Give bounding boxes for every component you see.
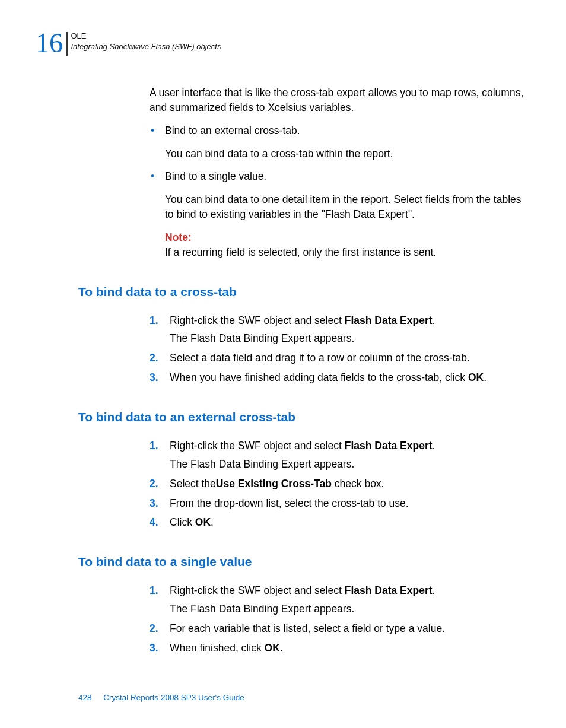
- step-item: Select a data field and drag it to a row…: [150, 351, 530, 365]
- bullet-body: You can bind data to one detail item in …: [165, 192, 530, 222]
- step-text-pre: Select the: [170, 478, 216, 489]
- step-list: Right-click the SWF object and select Fl…: [150, 313, 530, 385]
- header-divider: [66, 32, 68, 56]
- page-footer: 428 Crystal Reports 2008 SP3 User's Guid…: [78, 693, 244, 702]
- step-item: From the drop-down list, select the cros…: [150, 496, 530, 511]
- step-text-bold: Flash Data Expert: [345, 584, 433, 596]
- step-text-bold: Use Existing Cross-Tab: [216, 478, 332, 489]
- step-text-pre: When finished, click: [170, 642, 265, 654]
- step-item: When finished, click OK.: [150, 641, 530, 656]
- section-body: Right-click the SWF object and select Fl…: [150, 313, 530, 385]
- step-text-post: .: [484, 371, 486, 383]
- step-text-post: check box.: [332, 478, 384, 489]
- step-text-pre: Right-click the SWF object and select: [170, 440, 345, 452]
- bullet-item: Bind to an external cross-tab. You can b…: [150, 123, 530, 161]
- header-label-top: OLE: [71, 31, 221, 42]
- note-block: Note: If a recurring field is selected, …: [165, 230, 530, 260]
- step-text-pre: Right-click the SWF object and select: [170, 314, 345, 326]
- step-item: Right-click the SWF object and select Fl…: [150, 313, 530, 346]
- step-item: Right-click the SWF object and select Fl…: [150, 438, 530, 472]
- step-list: Right-click the SWF object and select Fl…: [150, 438, 530, 530]
- step-text-post: .: [211, 516, 214, 528]
- step-text-bold: OK: [468, 371, 484, 383]
- step-list: Right-click the SWF object and select Fl…: [150, 583, 530, 655]
- header-text-group: OLE Integrating Shockwave Flash (SWF) ob…: [71, 31, 221, 52]
- section-body: Right-click the SWF object and select Fl…: [150, 583, 530, 655]
- step-item: When you have finished adding data field…: [150, 370, 530, 385]
- step-text-post: .: [433, 584, 435, 596]
- intro-block: A user interface that is like the cross-…: [150, 85, 530, 260]
- intro-paragraph: A user interface that is like the cross-…: [150, 85, 530, 115]
- step-text-pre: Select a data field and drag it to a row…: [170, 352, 470, 364]
- step-sub: The Flash Data Binding Expert appears.: [170, 331, 530, 346]
- step-sub: The Flash Data Binding Expert appears.: [170, 602, 530, 616]
- page-header: 16 OLE Integrating Shockwave Flash (SWF)…: [36, 30, 530, 57]
- section-body: Right-click the SWF object and select Fl…: [150, 438, 530, 530]
- step-text-post: .: [433, 440, 435, 452]
- doc-title: Crystal Reports 2008 SP3 User's Guide: [103, 693, 244, 702]
- bullet-title: Bind to a single value.: [165, 169, 530, 184]
- section-heading: To bind data to a single value: [78, 555, 530, 569]
- step-item: Click OK.: [150, 515, 530, 530]
- chapter-number: 16: [36, 30, 63, 57]
- step-text-pre: Click: [170, 516, 195, 528]
- step-text-pre: When you have finished adding data field…: [170, 371, 468, 383]
- intro-bullet-list: Bind to an external cross-tab. You can b…: [150, 123, 530, 260]
- section-heading: To bind data to a cross-tab: [78, 285, 530, 299]
- bullet-item: Bind to a single value. You can bind dat…: [150, 169, 530, 259]
- bullet-title: Bind to an external cross-tab.: [165, 123, 530, 138]
- step-text-post: .: [280, 642, 283, 654]
- step-text-post: .: [433, 314, 435, 326]
- step-text-bold: OK: [265, 642, 280, 654]
- step-text-pre: From the drop-down list, select the cros…: [170, 497, 409, 509]
- step-sub: The Flash Data Binding Expert appears.: [170, 457, 530, 472]
- step-text-bold: Flash Data Expert: [345, 314, 433, 326]
- note-body: If a recurring field is selected, only t…: [165, 246, 436, 258]
- step-text-pre: For each variable that is listed, select…: [170, 622, 445, 634]
- step-item: Right-click the SWF object and select Fl…: [150, 583, 530, 616]
- step-text-bold: Flash Data Expert: [345, 440, 433, 452]
- bullet-body: You can bind data to a cross-tab within …: [165, 147, 530, 161]
- step-item: Select theUse Existing Cross-Tab check b…: [150, 476, 530, 491]
- page-number: 428: [78, 693, 92, 702]
- step-text-pre: Right-click the SWF object and select: [170, 584, 345, 596]
- header-label-sub: Integrating Shockwave Flash (SWF) object…: [71, 42, 221, 52]
- section-heading: To bind data to an external cross-tab: [78, 410, 530, 424]
- step-item: For each variable that is listed, select…: [150, 621, 530, 636]
- step-text-bold: OK: [195, 516, 211, 528]
- note-label: Note:: [165, 231, 192, 243]
